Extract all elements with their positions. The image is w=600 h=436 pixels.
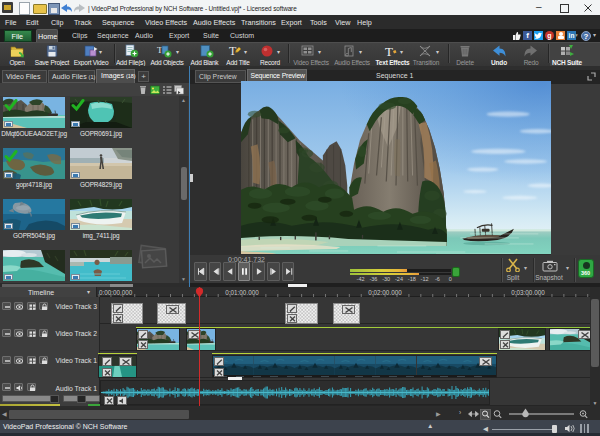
svg-text:T: T (385, 44, 393, 58)
